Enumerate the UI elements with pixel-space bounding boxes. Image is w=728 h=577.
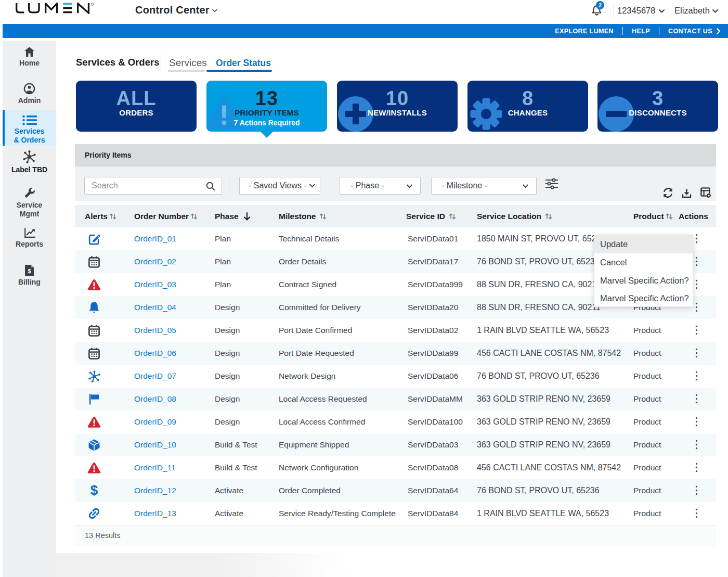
svg-text:$: $	[90, 483, 98, 498]
svg-text:$: $	[28, 268, 31, 274]
